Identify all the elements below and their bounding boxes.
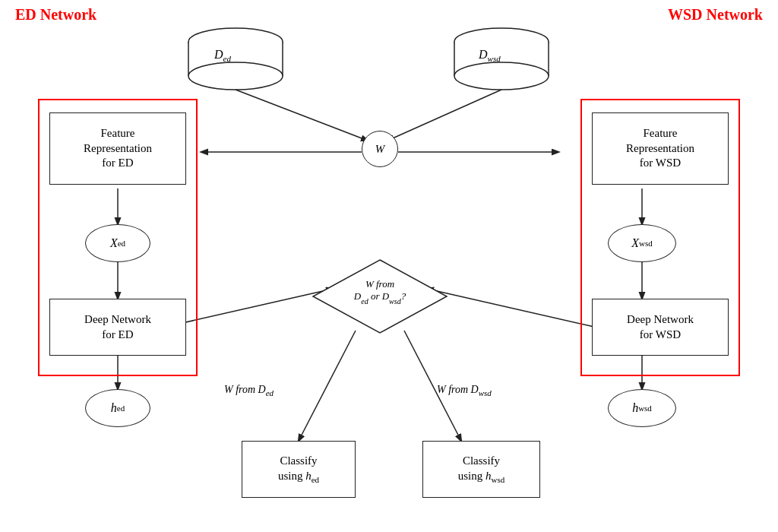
classify-wsd-box: Classifyusing hwsd bbox=[422, 441, 540, 498]
feat-rep-wsd-box: FeatureRepresentationfor WSD bbox=[592, 112, 729, 185]
deep-net-ed-box: Deep Networkfor ED bbox=[49, 299, 186, 356]
svg-text:W from: W from bbox=[365, 278, 394, 290]
w-circle: W bbox=[362, 131, 398, 167]
w-from-wsd-label: W from Dwsd bbox=[437, 384, 492, 397]
svg-line-22 bbox=[299, 331, 356, 441]
svg-line-11 bbox=[387, 90, 501, 141]
x-ed-circle: Xed bbox=[85, 224, 150, 262]
feat-rep-ed-box: FeatureRepresentationfor ED bbox=[49, 112, 186, 185]
svg-line-21 bbox=[427, 289, 594, 327]
x-wsd-circle: Xwsd bbox=[608, 224, 676, 262]
svg-point-4 bbox=[188, 62, 283, 90]
svg-point-9 bbox=[454, 62, 549, 90]
w-from-ed-label: W from Ded bbox=[224, 384, 274, 397]
decision-diamond: W from Ded or Dwsd? bbox=[312, 258, 448, 334]
diagram: ED Network WSD Network Ded Dwsd W Featur… bbox=[0, 0, 778, 532]
svg-line-10 bbox=[236, 90, 368, 141]
h-wsd-circle: hwsd bbox=[608, 389, 676, 427]
classify-ed-box: Classifyusing hed bbox=[242, 441, 356, 498]
d-ed-label: Ded bbox=[214, 48, 231, 63]
d-wsd-label: Dwsd bbox=[479, 48, 501, 63]
h-ed-circle: hed bbox=[85, 389, 150, 427]
deep-net-wsd-box: Deep Networkfor WSD bbox=[592, 299, 729, 356]
wsd-network-label: WSD Network bbox=[668, 6, 763, 24]
ed-network-label: ED Network bbox=[15, 6, 96, 24]
